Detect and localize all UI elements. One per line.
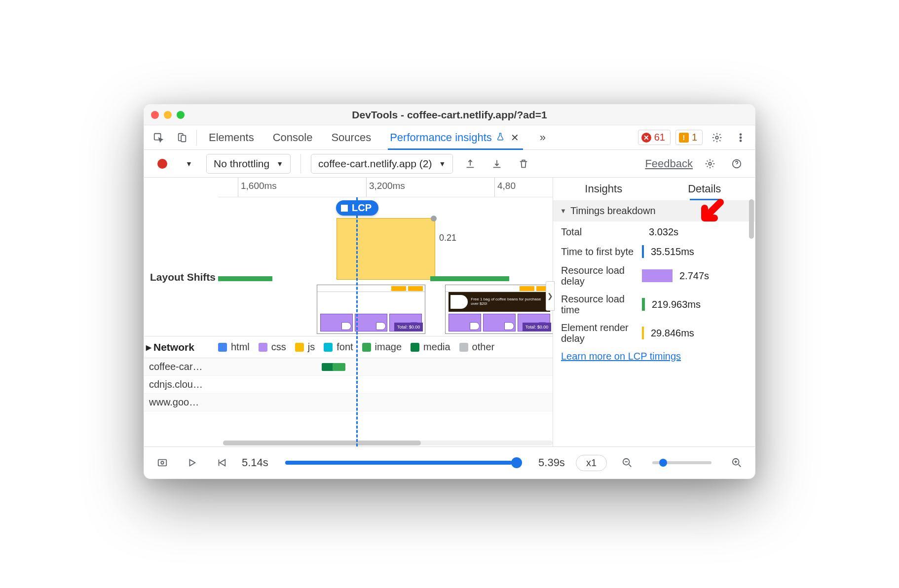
swatch-media-icon	[411, 343, 419, 352]
request-name: www.goo…	[144, 397, 218, 408]
annotation-arrow-icon	[696, 197, 725, 227]
record-menu-caret[interactable]: ▼	[180, 154, 198, 173]
lcp-marker[interactable]: LCP	[336, 200, 378, 216]
devtools-window: DevTools - coffee-cart.netlify.app/?ad=1…	[144, 104, 755, 479]
track-label: Layout Shifts	[144, 218, 218, 336]
divider	[196, 130, 197, 146]
tab-elements[interactable]: Elements	[207, 125, 256, 149]
tab-performance-insights[interactable]: Performance insights ✕	[388, 125, 523, 149]
insights-toolbar: ▼ No throttling▼ coffee-cart.netlify.app…	[144, 150, 755, 178]
throttling-select[interactable]: No throttling▼	[206, 154, 291, 174]
time-ruler[interactable]: 1,600ms 3,200ms 4,80	[218, 178, 553, 197]
metric-ttfb: Time to first byte 35.515ms	[561, 245, 747, 258]
preview-icon[interactable]	[153, 453, 172, 472]
flask-icon	[496, 131, 505, 144]
metric-resource-load-delay: Resource load delay 2.747s	[561, 265, 747, 287]
rewind-button[interactable]	[212, 453, 231, 472]
warnings-count: 1	[692, 132, 697, 143]
metric-element-render-delay: Element render delay 29.846ms	[561, 322, 747, 344]
cls-bar	[218, 276, 272, 281]
ruler-tick: 3,200ms	[369, 181, 405, 191]
svg-point-10	[161, 461, 164, 464]
zoom-in-button[interactable]	[727, 453, 746, 472]
svg-point-3	[715, 136, 718, 139]
svg-point-6	[740, 140, 742, 141]
network-row[interactable]: www.goo…	[144, 394, 553, 411]
more-tabs-button[interactable]: »	[538, 125, 548, 149]
import-icon[interactable]	[487, 154, 506, 173]
errors-count: 61	[654, 132, 665, 143]
cls-bar	[430, 276, 509, 281]
window-controls	[151, 111, 185, 119]
tab-sources[interactable]: Sources	[329, 125, 373, 149]
network-row[interactable]: cdnjs.clou…	[144, 376, 553, 394]
swatch-html-icon	[218, 343, 227, 352]
close-tab-icon[interactable]: ✕	[509, 132, 521, 144]
inspect-element-icon[interactable]	[149, 128, 168, 147]
titlebar: DevTools - coffee-cart.netlify.app/?ad=1	[144, 105, 755, 125]
export-icon[interactable]	[461, 154, 480, 173]
play-button[interactable]	[183, 453, 201, 472]
svg-point-4	[740, 134, 742, 135]
minimize-window-button[interactable]	[164, 111, 172, 119]
filmstrip-thumb[interactable]: Total: $0.00	[317, 285, 425, 334]
cls-block[interactable]	[337, 218, 435, 280]
current-time: 5.14s	[242, 456, 268, 469]
help-icon[interactable]	[727, 154, 746, 173]
delete-icon[interactable]	[514, 154, 533, 173]
playhead[interactable]: LCP	[356, 197, 358, 446]
zoom-slider[interactable]	[652, 461, 712, 464]
maximize-window-button[interactable]	[177, 111, 185, 119]
errors-badge[interactable]: ✕ 61	[638, 130, 671, 145]
playback-bar: 5.14s 5.39s x1	[144, 447, 755, 478]
tab-insights[interactable]: Insights	[553, 178, 654, 200]
swatch-other-icon	[459, 343, 468, 352]
warnings-badge[interactable]: ! 1	[675, 130, 703, 145]
settings-gear-icon[interactable]	[708, 128, 726, 147]
more-menu-icon[interactable]	[731, 128, 750, 147]
error-icon: ✕	[641, 133, 651, 143]
cls-value: 0.21	[439, 233, 456, 243]
learn-more-link[interactable]: Learn more on LCP timings	[561, 351, 681, 362]
panel-tabs-bar: Elements Console Sources Performance ins…	[144, 125, 755, 150]
insights-settings-icon[interactable]	[701, 154, 719, 173]
target-select[interactable]: coffee-cart.netlify.app (2)▼	[311, 154, 453, 174]
timeline-pane[interactable]: 1,600ms 3,200ms 4,80 LCP Layout Shifts	[144, 178, 553, 446]
request-bar[interactable]	[333, 363, 345, 371]
divider	[300, 154, 301, 173]
vertical-scrollbar[interactable]	[749, 199, 754, 239]
horizontal-scrollbar[interactable]	[223, 441, 553, 445]
total-time: 5.39s	[538, 456, 565, 469]
warning-icon: !	[679, 133, 689, 143]
record-button[interactable]	[153, 154, 172, 173]
ruler-tick: 1,600ms	[241, 181, 277, 191]
thumb-total-badge: Total: $0.00	[394, 323, 423, 331]
swatch-css-icon	[259, 343, 267, 352]
tracks-area[interactable]: LCP Layout Shifts 0.21	[144, 197, 553, 446]
request-name: cdnjs.clou…	[144, 379, 218, 390]
seek-slider[interactable]	[285, 461, 522, 465]
tab-console[interactable]: Console	[271, 125, 315, 149]
details-pane: ❯ Insights Details Timings breakdown Tot…	[553, 178, 755, 446]
layout-shifts-track: Layout Shifts 0.21 Total: $0.	[144, 218, 553, 336]
network-row[interactable]: coffee-car…	[144, 358, 553, 376]
network-toggle[interactable]: ▸ Network	[144, 341, 218, 353]
swatch-font-icon	[324, 343, 333, 352]
close-window-button[interactable]	[151, 111, 159, 119]
metric-resource-load-time: Resource load time 219.963ms	[561, 294, 747, 315]
zoom-out-button[interactable]	[618, 453, 637, 472]
svg-point-5	[740, 137, 742, 138]
svg-point-7	[709, 162, 712, 165]
swatch-js-icon	[295, 343, 304, 352]
main-split: 1,600ms 3,200ms 4,80 LCP Layout Shifts	[144, 178, 755, 447]
ruler-tick: 4,80	[497, 181, 516, 191]
svg-rect-9	[158, 460, 167, 466]
feedback-link[interactable]: Feedback	[645, 157, 693, 170]
speed-select[interactable]: x1	[576, 455, 607, 471]
filmstrip-thumb[interactable]: Free 1 bag of coffee beans for purchase …	[445, 285, 553, 334]
network-track: ▸ Network html css js font image media o…	[144, 336, 553, 446]
swatch-image-icon	[362, 343, 371, 352]
collapse-sidebar-button[interactable]: ❯	[546, 281, 555, 311]
device-toolbar-icon[interactable]	[173, 128, 191, 147]
svg-rect-2	[181, 135, 186, 142]
